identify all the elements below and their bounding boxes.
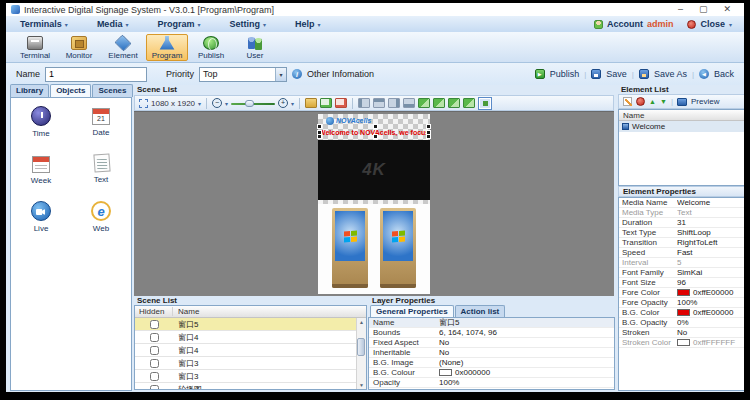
menu-help[interactable]: Help▾ xyxy=(281,19,336,29)
property-row[interactable]: Fore Color0xffE00000 xyxy=(619,288,744,298)
add-scene-icon[interactable] xyxy=(320,98,332,108)
publish-button[interactable]: Publish xyxy=(190,34,232,61)
menu-program[interactable]: Program▾ xyxy=(143,19,215,29)
object-item-time[interactable]: Time xyxy=(11,106,71,138)
resolution-dropdown[interactable]: 1080 x 1920 xyxy=(151,99,195,108)
property-row[interactable]: Fore Opacity100% xyxy=(619,298,744,308)
delete-scene-icon[interactable] xyxy=(335,98,347,108)
property-row[interactable]: Text TypeShiftLoop xyxy=(619,228,744,238)
publish-action-button[interactable]: Publish xyxy=(550,69,580,79)
chevron-down-icon[interactable]: ▾ xyxy=(291,100,294,107)
scene-canvas[interactable]: NOVAcells Welcome to NOVAcells, we focus… xyxy=(134,111,614,296)
zoom-slider-handle[interactable] xyxy=(245,100,254,107)
bring-to-front-icon[interactable] xyxy=(418,98,430,108)
element-row-welcome[interactable]: Welcome xyxy=(619,121,744,132)
property-row[interactable]: StrokenNo xyxy=(619,328,744,338)
property-row[interactable]: B.G. Opacity0% xyxy=(619,318,744,328)
scroll-down-icon[interactable]: ▼ xyxy=(359,382,364,388)
close-menu[interactable]: Close xyxy=(700,19,725,29)
property-row[interactable]: Font Size96 xyxy=(619,278,744,288)
marquee-text-element[interactable]: Welcome to NOVAcells, we focus xyxy=(319,127,429,137)
priority-select[interactable]: Top ▾ xyxy=(199,67,287,82)
property-row[interactable]: B.G. Image(None) xyxy=(369,358,614,368)
property-row[interactable]: B.G. Colour0x000000 xyxy=(369,368,614,378)
zoom-slider[interactable] xyxy=(231,99,275,108)
hidden-checkbox[interactable] xyxy=(150,372,159,381)
selection-handle[interactable] xyxy=(427,125,430,128)
scene-row[interactable]: 窗口4 xyxy=(135,344,366,357)
zoom-out-icon[interactable]: − xyxy=(212,98,222,108)
selection-handle[interactable] xyxy=(427,131,430,134)
back-button[interactable]: Back xyxy=(714,69,734,79)
close-button[interactable]: ✕ xyxy=(723,4,731,15)
align-top-icon[interactable] xyxy=(373,98,385,108)
color-swatch[interactable] xyxy=(677,289,690,296)
send-to-back-icon[interactable] xyxy=(463,98,475,108)
align-left-icon[interactable] xyxy=(358,98,370,108)
save-as-button[interactable]: Save As xyxy=(654,69,687,79)
scene-row[interactable]: 轮播图 xyxy=(135,383,366,390)
menu-setting[interactable]: Setting▾ xyxy=(215,19,281,29)
move-down-icon[interactable]: ▼ xyxy=(660,98,667,105)
selection-handle[interactable] xyxy=(318,131,321,134)
object-item-web[interactable]: eWeb xyxy=(71,201,131,233)
menu-media[interactable]: Media▾ xyxy=(83,19,144,29)
other-info-label[interactable]: Other Infomation xyxy=(307,69,374,79)
property-row[interactable]: Font FamilySimKai xyxy=(619,268,744,278)
zoom-in-icon[interactable]: + xyxy=(278,98,288,108)
video-region[interactable]: 4K xyxy=(318,140,430,200)
menu-terminals[interactable]: Terminals▾ xyxy=(6,19,83,29)
scene-row[interactable]: 窗口3 xyxy=(135,370,366,383)
chevron-down-icon[interactable]: ▾ xyxy=(275,68,286,81)
align-bottom-icon[interactable] xyxy=(403,98,415,108)
property-row[interactable]: InheritableNo xyxy=(369,348,614,358)
color-swatch[interactable] xyxy=(439,369,452,376)
maximize-button[interactable]: ▢ xyxy=(699,4,708,15)
property-row[interactable]: Bounds6, 164, 1074, 96 xyxy=(369,328,614,338)
tab-scenes[interactable]: Scenes xyxy=(92,84,132,97)
property-row[interactable]: SpeedFast xyxy=(619,248,744,258)
close-session-icon[interactable] xyxy=(687,20,696,29)
col-hidden[interactable]: Hidden xyxy=(135,307,173,316)
scrollbar-thumb[interactable] xyxy=(357,338,365,356)
hidden-checkbox[interactable] xyxy=(150,333,159,342)
object-item-week[interactable]: Week xyxy=(11,154,71,185)
open-folder-icon[interactable] xyxy=(305,98,317,108)
property-row[interactable]: TransitionRightToLeft xyxy=(619,238,744,248)
hidden-checkbox[interactable] xyxy=(150,346,159,355)
chevron-down-icon[interactable]: ▾ xyxy=(225,100,228,107)
scene-row[interactable]: 窗口5 xyxy=(135,318,366,331)
hidden-checkbox[interactable] xyxy=(150,320,159,329)
delete-element-icon[interactable] xyxy=(636,97,645,106)
scene-row[interactable]: 窗口4 xyxy=(135,331,366,344)
selection-handle[interactable] xyxy=(374,135,377,138)
align-right-icon[interactable] xyxy=(388,98,400,108)
selection-handle[interactable] xyxy=(318,125,321,128)
property-row[interactable]: Media NameWelcome xyxy=(619,198,744,208)
image-region[interactable] xyxy=(318,204,430,294)
grid-snap-icon[interactable] xyxy=(478,97,492,110)
property-row[interactable]: Name窗口5 xyxy=(369,318,614,328)
chevron-down-icon[interactable]: ▾ xyxy=(198,100,201,107)
name-input[interactable] xyxy=(45,67,147,82)
property-row[interactable]: Opacity100% xyxy=(369,378,614,388)
property-row[interactable]: B.G. Color0xffE00000 xyxy=(619,308,744,318)
tab-library[interactable]: Library xyxy=(10,84,49,97)
property-row[interactable]: Fixed AspectNo xyxy=(369,338,614,348)
color-swatch[interactable] xyxy=(677,309,690,316)
hidden-checkbox[interactable] xyxy=(150,359,159,368)
preview-button[interactable]: Preview xyxy=(691,97,719,106)
save-button[interactable]: Save xyxy=(606,69,627,79)
terminal-button[interactable]: Terminal xyxy=(14,34,56,61)
col-name[interactable]: Name xyxy=(173,307,199,316)
minimize-button[interactable]: – xyxy=(678,4,683,15)
object-item-live[interactable]: Live xyxy=(11,201,71,233)
selection-handle[interactable] xyxy=(318,135,321,138)
move-up-icon[interactable]: ▲ xyxy=(649,98,656,105)
property-row[interactable]: Duration31 xyxy=(619,218,744,228)
col-name[interactable]: Name xyxy=(619,110,744,121)
program-button[interactable]: Program xyxy=(146,34,188,61)
tab-objects[interactable]: Objects xyxy=(50,84,91,97)
scene-list-scrollbar[interactable]: ▲ ▼ xyxy=(356,318,366,389)
selection-handle[interactable] xyxy=(427,135,430,138)
